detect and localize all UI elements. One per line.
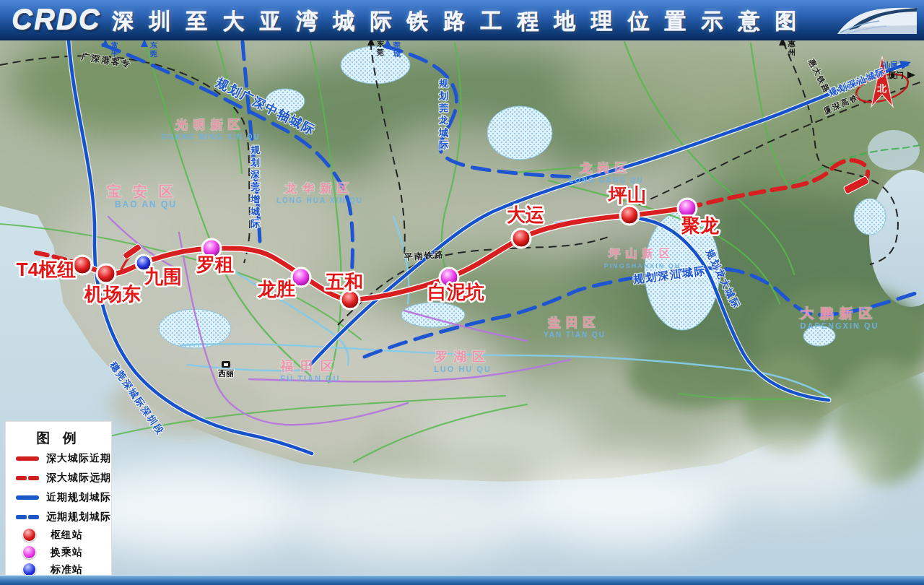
legend-item-2: 近期规划城际: [6, 489, 111, 506]
hub-station-marker: [621, 207, 638, 224]
station-label: 机场东: [84, 283, 141, 305]
legend-item-1: 深大城际远期: [6, 469, 111, 487]
svg-text:宝安区: 宝安区: [107, 183, 185, 199]
district-0: 宝安区BAO AN QU: [107, 183, 185, 209]
legend-label: 换乘站: [51, 546, 83, 559]
svg-text:DAPENGXIN QU: DAPENGXIN QU: [801, 321, 879, 330]
legend-title: 图 例: [6, 429, 111, 448]
svg-text:龙华新区: 龙华新区: [284, 182, 354, 194]
page-title: 深圳至大亚湾城际铁路工程地理位置示意图: [0, 6, 924, 36]
legend-item-0: 深大城际近期: [6, 450, 111, 467]
svg-text:汕尾: 汕尾: [881, 61, 899, 70]
district-8: 大鹏新区DAPENGXIN QU: [800, 306, 879, 330]
svg-text:西丽: 西丽: [217, 369, 234, 378]
svg-text:莞: 莞: [376, 48, 384, 56]
station-label: 九围: [144, 266, 182, 287]
station-label: 龙胜: [257, 278, 295, 300]
svg-text:龙岗区: 龙岗区: [580, 162, 632, 174]
svg-text:平: 平: [110, 50, 118, 58]
legend-panel: 图 例 深大城际近期深大城际远期近期规划城际远期规划城际枢纽站换乘站标准站: [6, 422, 111, 576]
district-7: 坪山新区PINGSHANXIN QU: [604, 247, 681, 269]
legend-swatch-red: [16, 456, 39, 461]
hub-station-marker: [74, 256, 91, 274]
svg-text:LUO HU QU: LUO HU QU: [434, 365, 492, 373]
svg-text:东: 东: [376, 40, 384, 48]
station-label: T4枢纽: [17, 259, 76, 280]
legend-item-3: 远期规划城际: [6, 508, 111, 526]
svg-text:州: 州: [788, 48, 796, 56]
train-icon: [836, 2, 921, 37]
svg-text:福田区: 福田区: [279, 359, 341, 373]
svg-text:FU TIAN QU: FU TIAN QU: [281, 374, 341, 383]
rail-label-1: 规划深莞增城际: [250, 144, 261, 229]
district-5: 罗湖区LUO HU QU: [434, 350, 492, 373]
svg-text:常: 常: [111, 41, 118, 49]
legend-label: 标准站: [51, 563, 83, 576]
svg-text:BAO AN QU: BAO AN QU: [115, 199, 177, 209]
legend-swatch-blue: [16, 495, 39, 500]
hub-station-marker: [513, 230, 530, 247]
district-2: 龙华新区LONG HUA XIN QU: [276, 182, 363, 204]
station-label: 白泥坑: [428, 281, 484, 303]
legend-label: 枢纽站: [51, 529, 83, 542]
legend-label: 远期规划城际: [46, 511, 111, 524]
svg-text:莞: 莞: [393, 41, 401, 49]
header-bar: CRDC 深圳至大亚湾城际铁路工程地理位置示意图: [0, 0, 924, 40]
svg-text:PINGSHANXIN QU: PINGSHANXIN QU: [604, 262, 681, 269]
bottom-frame-bar: [0, 575, 924, 585]
station-label: 大运: [507, 204, 544, 225]
compass-label: 北: [877, 83, 887, 94]
station-label: 五和: [326, 271, 363, 292]
svg-text:大鹏新区: 大鹏新区: [800, 306, 879, 321]
svg-text:惠: 惠: [788, 40, 796, 48]
svg-text:盐田区: 盐田区: [548, 316, 601, 329]
svg-text:城: 城: [393, 50, 401, 58]
hub-station-marker: [341, 291, 359, 308]
svg-text:罗湖区: 罗湖区: [435, 350, 491, 364]
legend-label: 近期规划城际: [46, 491, 111, 504]
legend-label: 深大城际远期: [46, 472, 111, 485]
svg-text:坪山新区: 坪山新区: [609, 247, 676, 259]
svg-text:东: 东: [149, 41, 157, 49]
legend-swatch-red: [16, 476, 39, 480]
legend-swatch-transfer: [22, 545, 36, 559]
svg-text:光明新区: 光明新区: [175, 118, 245, 131]
hub-station-marker: [97, 265, 115, 282]
svg-text:莞: 莞: [149, 50, 157, 58]
legend-item-5: 换乘站: [6, 544, 111, 560]
svg-text:LONG HUA XIN QU: LONG HUA XIN QU: [276, 196, 363, 204]
svg-text:YAN TIAN QU: YAN TIAN QU: [544, 331, 606, 339]
page: { "header": { "logo": "CRDC", "title": "…: [0, 0, 924, 585]
station-label: 坪山: [607, 184, 646, 206]
district-4: 福田区FU TIAN QU: [279, 359, 341, 383]
svg-text:厦门: 厦门: [887, 71, 904, 79]
map-canvas[interactable]: 北 规划广深中轴城际规划深莞增城际规划莞龙城际规划深汕城际规划龙大城际规划深汕城…: [0, 0, 924, 585]
legend-label: 深大城际近期: [46, 452, 111, 465]
legend-swatch-blue: [16, 515, 39, 519]
district-6: 盐田区YAN TIAN QU: [544, 316, 606, 339]
station-label: 聚龙: [681, 214, 720, 236]
svg-text:LONG GANG QU: LONG GANG QU: [569, 176, 643, 184]
station-label: 罗租: [196, 254, 234, 275]
legend-swatch-hub: [22, 528, 36, 542]
svg-text:GUANG MING XIN QU: GUANG MING XIN QU: [161, 133, 260, 141]
legend-item-4: 枢纽站: [6, 526, 111, 543]
